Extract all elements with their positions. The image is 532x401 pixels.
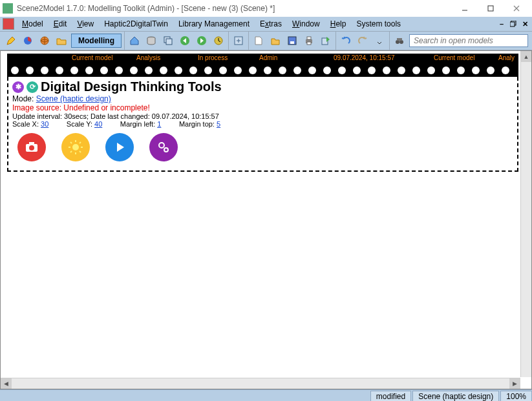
capture-button[interactable] xyxy=(17,133,46,161)
update-line: Update interval: 30secs; Date last chang… xyxy=(12,112,513,120)
toolbar: Modelling xyxy=(0,31,532,50)
globe-icon xyxy=(39,36,50,46)
globe-button[interactable] xyxy=(37,34,52,48)
undo-button[interactable] xyxy=(339,34,353,48)
film-label: 09.07.2024, 10:15:57 xyxy=(334,54,395,61)
film-label: Current model xyxy=(434,54,474,61)
svg-rect-10 xyxy=(166,39,172,45)
menu-haptic[interactable]: Haptic2DigitalTwin xyxy=(99,18,173,30)
svg-line-34 xyxy=(80,142,81,143)
status-zoom[interactable]: 100% xyxy=(500,391,532,402)
svg-rect-18 xyxy=(307,37,311,39)
print-icon xyxy=(304,36,314,46)
back-button[interactable] xyxy=(178,34,192,48)
mdi-minimize-button[interactable]: – xyxy=(497,19,506,28)
sun-icon xyxy=(68,139,83,155)
search-input[interactable] xyxy=(409,34,528,47)
windows-icon xyxy=(163,36,173,46)
clock-button[interactable] xyxy=(211,34,226,48)
svg-point-25 xyxy=(29,145,34,150)
scale-line: Scale X: 30 Scale Y: 40 Margin left: 1 M… xyxy=(12,120,513,128)
film-label: Analy xyxy=(498,54,515,61)
model-canvas[interactable]: Current model Analysis In process Admin … xyxy=(7,54,518,376)
menu-edit[interactable]: Edit xyxy=(48,18,72,30)
dropdown-toggle[interactable] xyxy=(372,34,387,48)
open-folder-button[interactable] xyxy=(54,34,69,48)
doc-icon[interactable] xyxy=(3,18,14,30)
windows-button[interactable] xyxy=(161,34,175,48)
refresh-icon[interactable]: ⟳ xyxy=(27,81,38,93)
home-button[interactable] xyxy=(127,34,142,48)
folder-open-icon xyxy=(56,36,67,46)
svg-rect-16 xyxy=(290,41,294,44)
status-scene: Scene (haptic design) xyxy=(412,391,499,402)
search-button[interactable] xyxy=(392,34,407,48)
svg-line-32 xyxy=(70,142,72,143)
menu-window[interactable]: Window xyxy=(287,18,325,30)
mode-button[interactable]: Modelling xyxy=(71,34,122,48)
window-title: Scene2Model 1.7.0: Modelling Toolkit (Ad… xyxy=(17,4,452,13)
clock-icon xyxy=(213,36,224,46)
redo-icon xyxy=(357,36,368,46)
menu-view[interactable]: View xyxy=(72,18,99,30)
film-label: In process xyxy=(198,54,228,61)
close-icon xyxy=(513,5,520,12)
mode-link[interactable]: Scene (haptic design) xyxy=(36,94,111,103)
new-button[interactable] xyxy=(251,34,266,48)
undo-icon xyxy=(341,36,351,46)
export-button[interactable] xyxy=(319,34,333,48)
maximize-button[interactable] xyxy=(478,0,504,17)
status-bar: modified Scene (haptic design) 100% xyxy=(0,389,532,401)
mdi-close-button[interactable]: ✕ xyxy=(520,19,529,28)
play-icon xyxy=(113,141,126,154)
database-icon xyxy=(146,36,156,46)
film-label: Current model xyxy=(72,54,112,61)
play-button[interactable] xyxy=(105,133,134,161)
brightness-button[interactable] xyxy=(61,133,90,161)
mdi-restore-button[interactable] xyxy=(509,19,518,28)
margintop-link[interactable]: 5 xyxy=(217,120,220,128)
redo-button[interactable] xyxy=(356,34,370,48)
menu-help[interactable]: Help xyxy=(325,18,352,30)
print-button[interactable] xyxy=(302,34,316,48)
scalex-link[interactable]: 30 xyxy=(41,120,48,128)
marginleft-link[interactable]: 1 xyxy=(157,120,161,128)
scroll-left-icon[interactable]: ◀ xyxy=(1,378,12,389)
arrow-right-circle-icon xyxy=(197,36,207,46)
menu-library[interactable]: Library Management xyxy=(173,18,255,30)
forward-button[interactable] xyxy=(195,34,209,48)
open-button[interactable] xyxy=(268,34,282,48)
pie-icon xyxy=(23,36,33,46)
scroll-up-icon[interactable]: ▲ xyxy=(521,51,531,62)
svg-point-36 xyxy=(159,143,164,148)
analysis-button[interactable] xyxy=(21,34,35,48)
svg-line-35 xyxy=(70,151,72,152)
action-buttons xyxy=(12,128,513,164)
filmstrip-holes xyxy=(7,67,518,74)
svg-rect-19 xyxy=(307,42,311,45)
home-icon xyxy=(129,36,140,46)
close-button[interactable] xyxy=(504,0,529,17)
vertical-scrollbar[interactable]: ▲ xyxy=(520,51,531,377)
camera-icon xyxy=(25,140,39,154)
edit-pencil-button[interactable] xyxy=(4,34,18,48)
save-icon xyxy=(287,36,297,46)
document-panel: ✱ ⟳ Digital Design Thinking Tools Mode: … xyxy=(7,77,518,172)
app-icon xyxy=(3,3,13,14)
arrow-left-circle-icon xyxy=(180,36,190,46)
minimize-button[interactable] xyxy=(452,0,478,17)
database-button[interactable] xyxy=(144,34,158,48)
scaley-link[interactable]: 40 xyxy=(94,120,102,128)
scroll-right-icon[interactable]: ▶ xyxy=(509,378,520,389)
settings-button[interactable] xyxy=(149,133,178,161)
svg-rect-1 xyxy=(488,6,493,11)
binoculars-icon xyxy=(394,36,405,46)
menu-model[interactable]: Model xyxy=(17,18,48,30)
recenter-icon[interactable]: ✱ xyxy=(12,81,24,93)
menu-extras[interactable]: Extras xyxy=(255,18,287,30)
horizontal-scrollbar[interactable]: ◀ ▶ xyxy=(1,378,520,389)
svg-rect-5 xyxy=(510,22,515,26)
save-button[interactable] xyxy=(285,34,299,48)
import-button[interactable] xyxy=(231,34,246,48)
menu-system-tools[interactable]: System tools xyxy=(351,18,406,30)
